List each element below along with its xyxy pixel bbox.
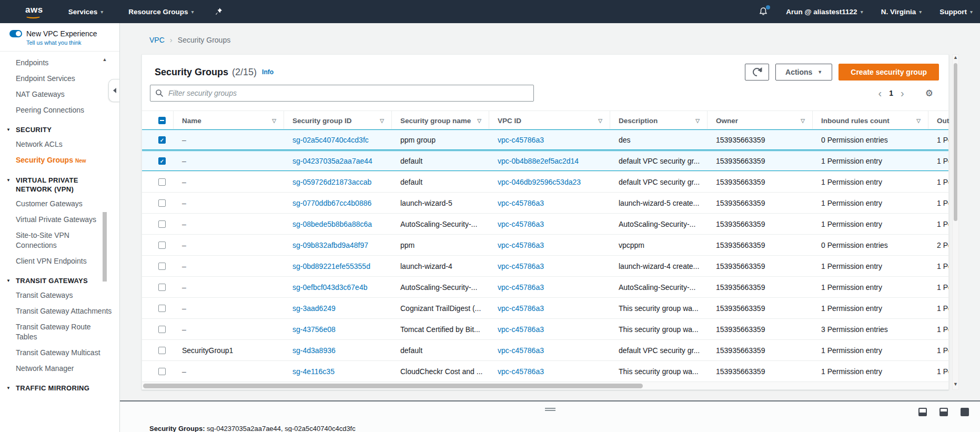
cell-inbound-rules-count: 1 Permission entry [813,193,928,214]
cell-vpc-id-link[interactable]: vpc-046db92596c53da23 [489,172,610,193]
sidebar-item-network-manager[interactable]: Network Manager [0,360,119,376]
sort-icon[interactable]: ▽ [801,118,805,124]
cell-security-group-id-link[interactable]: sg-09b832afbd9a48f97 [284,235,392,256]
sidebar-item-transit-gateway-attachments[interactable]: Transit Gateway Attachments [0,303,119,319]
sidebar-item-transit-gateways[interactable]: Transit Gateways [0,287,119,303]
actions-button[interactable]: Actions ▼ [775,64,832,81]
cell-vpc-id-link[interactable]: vpc-c45786a3 [489,298,610,319]
cell-description: default VPC security gr... [610,150,708,172]
column-header-owner: Owner▽ [708,111,813,130]
cell-security-group-name: ppm group [392,129,489,150]
services-menu[interactable]: Services ▾ [68,8,104,16]
new-vpc-experience-toggle[interactable] [9,30,22,37]
cell-vpc-id-link[interactable]: vpc-c45786a3 [489,214,610,235]
cell-vpc-id-link[interactable]: vpc-c45786a3 [489,193,610,214]
sort-icon[interactable]: ▽ [272,118,276,124]
row-checkbox[interactable] [158,326,166,333]
breadcrumb-separator-icon: › [170,35,173,44]
row-checkbox[interactable] [158,284,166,291]
row-checkbox[interactable] [158,242,166,249]
select-all-checkbox[interactable] [158,117,166,124]
cell-outbound-rules-count: 2 Permission entries [928,235,948,256]
breadcrumb-vpc-link[interactable]: VPC [149,36,165,44]
cell-inbound-rules-count: 1 Permission entry [813,277,928,298]
row-checkbox[interactable] [158,263,166,270]
cell-security-group-id-link[interactable]: sg-04237035a2aa7ae44 [284,150,392,172]
panel-size-medium-icon[interactable] [939,408,948,416]
cell-vpc-id-link[interactable]: vpc-c45786a3 [489,256,610,277]
split-panel-drag-handle[interactable] [545,407,555,412]
sidebar-scrollbar[interactable]: ▲ [102,57,108,282]
cell-owner: 153935663359 [708,150,813,172]
table-row: –sg-0efbcf043d3c67e4bAutoScaling-Securit… [142,277,948,298]
vertical-scroll-thumb[interactable] [954,63,957,221]
sort-icon[interactable]: ▽ [916,118,921,124]
sidebar-item-transit-gateway-multicast[interactable]: Transit Gateway Multicast [0,345,119,360]
row-checkbox[interactable] [158,220,166,228]
scroll-down-icon[interactable]: ▼ [953,381,958,389]
cell-vpc-id-link[interactable]: vpc-c45786a3 [489,277,610,298]
filter-security-groups-input[interactable] [150,85,534,102]
row-checkbox[interactable] [158,136,166,144]
cell-security-group-id-link[interactable]: sg-4e116c35 [284,361,392,381]
cell-vpc-id-link[interactable]: vpc-c45786a3 [489,361,610,381]
cell-vpc-id-link[interactable]: vpc-c45786a3 [489,129,610,150]
row-checkbox[interactable] [158,368,166,375]
table-row: –sg-0bd89221efe55355dlaunch-wizard-4vpc-… [142,256,948,277]
sort-icon[interactable]: ▽ [598,118,602,124]
cell-inbound-rules-count: 1 Permission entry [813,361,928,381]
previous-page-button[interactable]: ‹ [878,88,882,98]
cell-name: – [174,214,284,235]
scroll-up-icon[interactable]: ▲ [953,55,958,62]
search-icon [155,89,164,97]
cell-security-group-id-link[interactable]: sg-02a5c40740c4cd3fc [284,129,392,150]
row-checkbox[interactable] [158,199,166,207]
cell-security-group-id-link[interactable]: sg-0efbcf043d3c67e4b [284,277,392,298]
resource-groups-menu[interactable]: Resource Groups ▾ [128,8,194,16]
row-checkbox[interactable] [158,157,166,165]
table-settings-gear-icon[interactable]: ⚙ [925,88,933,99]
row-checkbox[interactable] [158,178,166,186]
support-menu[interactable]: Support ▾ [939,8,973,16]
cell-vpc-id-link[interactable]: vpc-c45786a3 [489,235,610,256]
notifications-bell[interactable] [759,7,768,16]
create-security-group-button[interactable]: Create security group [838,64,939,81]
row-checkbox[interactable] [158,347,166,354]
cell-security-group-id-link[interactable]: sg-0770ddb67cc4b0886 [284,193,392,214]
cell-security-group-id-link[interactable]: sg-4d3a8936 [284,340,392,361]
collapse-left-icon [113,88,116,93]
info-link[interactable]: Info [262,68,274,76]
panel-size-large-icon[interactable] [961,408,969,416]
cell-description: AutoScaling-Security-... [610,214,708,235]
sidebar-item-transit-gateway-route-tables[interactable]: Transit Gateway Route Tables [0,319,119,345]
row-checkbox[interactable] [158,305,166,312]
cell-security-group-id-link[interactable]: sg-08bede5b8b6a88c6a [284,214,392,235]
region-menu[interactable]: N. Virginia ▾ [881,8,922,16]
sort-icon[interactable]: ▽ [380,118,384,124]
cell-owner: 153935663359 [708,193,813,214]
next-page-button[interactable]: › [901,88,904,98]
sidebar-scroll-thumb[interactable] [103,212,107,282]
aws-logo[interactable]: aws [25,5,43,18]
panel-size-small-icon[interactable] [918,408,927,416]
cell-description: This security group wa... [610,298,708,319]
cell-vpc-id-link[interactable]: vpc-0b4b88e2ef5ac2d14 [489,150,610,172]
sort-icon[interactable]: ▽ [477,118,481,124]
sidebar-section-traffic-mirroring[interactable]: ▼TRAFFIC MIRRORING [0,376,119,395]
cell-security-group-id-link[interactable]: sg-3aad6249 [284,298,392,319]
sidebar-collapse-handle[interactable] [108,79,120,102]
tell-us-link[interactable]: Tell us what you think [26,39,113,46]
sort-icon[interactable]: ▽ [695,118,700,124]
cell-security-group-id-link[interactable]: sg-43756e08 [284,319,392,340]
cell-vpc-id-link[interactable]: vpc-c45786a3 [489,340,610,361]
account-menu[interactable]: Arun @ aliastest1122 ▾ [786,8,863,16]
aws-console-page: aws Services ▾ Resource Groups ▾ [0,0,980,432]
pin-shortcut-icon[interactable] [215,7,223,16]
scroll-up-icon[interactable]: ▲ [102,57,108,62]
cell-description: launch-wizard-5 create... [610,193,708,214]
horizontal-scroll-thumb[interactable] [143,384,643,388]
cell-security-group-id-link[interactable]: sg-059726d21873accab [284,172,392,193]
cell-vpc-id-link[interactable]: vpc-c45786a3 [489,319,610,340]
refresh-button[interactable] [745,64,769,81]
cell-security-group-id-link[interactable]: sg-0bd89221efe55355d [284,256,392,277]
